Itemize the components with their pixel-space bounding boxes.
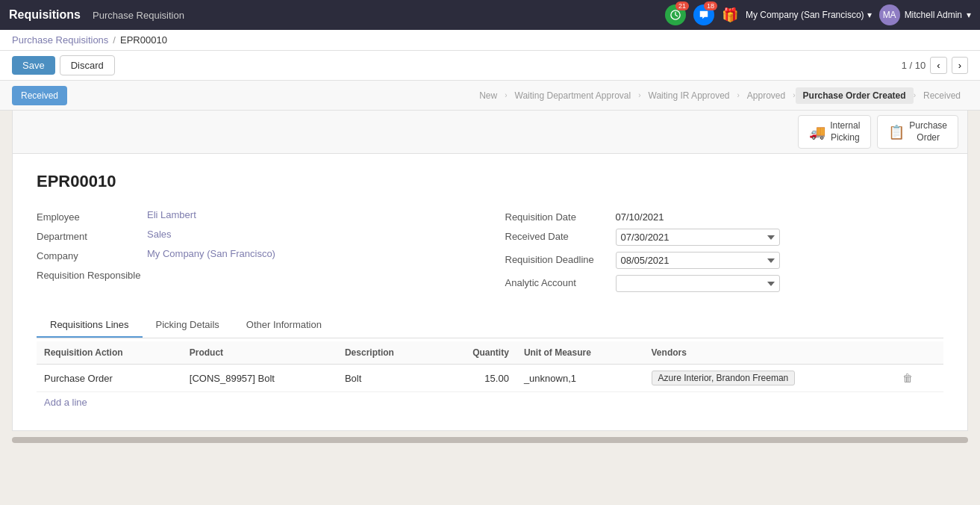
- action-bar: Save Discard 1 / 10 ‹ ›: [0, 51, 980, 81]
- employee-value[interactable]: Eli Lambert: [147, 209, 196, 220]
- employee-field: Employee Eli Lambert: [37, 209, 475, 223]
- req-deadline-select[interactable]: 08/05/2021: [616, 252, 780, 269]
- content: 🚚 InternalPicking 📋 PurchaseOrder EPR000…: [0, 111, 980, 455]
- app-brand: Requisitions: [9, 8, 81, 22]
- received-status-button[interactable]: Received: [12, 86, 67, 105]
- breadcrumb: Purchase Requisitions / EPR00010: [0, 30, 980, 51]
- col-product: Product: [182, 341, 337, 365]
- pager-count: 1 / 10: [902, 60, 926, 71]
- status-bar: Received New › Waiting Department Approv…: [0, 81, 980, 111]
- req-date-field: Requisition Date 07/10/2021: [505, 209, 944, 223]
- responsible-label: Requisition Responsible: [37, 267, 141, 281]
- form-card: EPR00010 Employee Eli Lambert Department…: [12, 154, 968, 431]
- company-selector[interactable]: My Company (San Francisco) ▾: [746, 10, 872, 20]
- col-action: Requisition Action: [37, 341, 182, 365]
- save-button[interactable]: Save: [12, 56, 55, 75]
- col-description: Description: [337, 341, 437, 365]
- form-right-col: Requisition Date 07/10/2021 Received Dat…: [505, 209, 944, 298]
- notifications-count: 21: [675, 1, 689, 10]
- smart-buttons: 🚚 InternalPicking 📋 PurchaseOrder: [12, 111, 968, 154]
- messages-badge[interactable]: 18: [693, 4, 714, 25]
- form-left-col: Employee Eli Lambert Department Sales Co…: [37, 209, 475, 298]
- analytic-field: Analytic Account: [505, 275, 944, 292]
- employee-label: Employee: [37, 209, 141, 223]
- col-actions: [890, 341, 943, 365]
- notifications-badge[interactable]: 21: [665, 4, 686, 25]
- module-title: Purchase Requisition: [93, 10, 184, 21]
- topnav: Requisitions Purchase Requisition 21 18 …: [0, 0, 980, 30]
- company-chevron: ▾: [867, 10, 872, 20]
- add-line-container: Add a line: [37, 392, 943, 412]
- tab-other-information[interactable]: Other Information: [233, 313, 335, 338]
- received-date-field: Received Date 07/30/2021: [505, 229, 944, 246]
- cell-action: Purchase Order: [37, 365, 182, 392]
- req-date-value: 07/10/2021: [616, 209, 664, 223]
- delete-row-button[interactable]: 🗑: [898, 371, 917, 385]
- topnav-right: 21 18 🎁 My Company (San Francisco) ▾ MA …: [665, 4, 971, 25]
- truck-icon: 🚚: [809, 124, 825, 140]
- col-vendors: Vendors: [644, 341, 890, 365]
- add-line-button[interactable]: Add a line: [37, 392, 95, 412]
- analytic-label: Analytic Account: [505, 275, 610, 288]
- cell-quantity: 15.00: [437, 365, 516, 392]
- responsible-field: Requisition Responsible: [37, 267, 475, 281]
- internal-picking-label: InternalPicking: [830, 120, 860, 143]
- requisitions-table: Requisition Action Product Description Q…: [37, 341, 943, 392]
- tab-requisitions-lines[interactable]: Requisitions Lines: [37, 313, 143, 338]
- req-date-label: Requisition Date: [505, 209, 610, 223]
- company-value[interactable]: My Company (San Francisco): [147, 248, 275, 259]
- company-field: Company My Company (San Francisco): [37, 248, 475, 261]
- avatar: MA: [879, 4, 900, 25]
- purchase-order-label: PurchaseOrder: [909, 120, 947, 143]
- company-label: Company: [37, 248, 141, 261]
- messages-icon: 18: [693, 4, 714, 25]
- col-uom: Unit of Measure: [516, 341, 644, 365]
- pipeline-step-new: New: [472, 87, 505, 104]
- tab-picking-details[interactable]: Picking Details: [143, 313, 233, 338]
- pipeline-step-waiting-ir: Waiting IR Approved: [641, 87, 737, 104]
- department-label: Department: [37, 229, 141, 242]
- form-title: EPR00010: [37, 172, 943, 191]
- cell-vendor: Azure Interior, Brandon Freeman: [644, 365, 890, 392]
- cell-delete: 🗑: [890, 365, 943, 392]
- vendor-badge: Azure Interior, Brandon Freeman: [652, 371, 796, 385]
- form-tabs: Requisitions Lines Picking Details Other…: [37, 313, 943, 338]
- next-button[interactable]: ›: [952, 57, 968, 74]
- user-chevron: ▾: [967, 10, 971, 20]
- pipeline: New › Waiting Department Approval › Wait…: [79, 87, 968, 104]
- company-name: My Company (San Francisco): [746, 10, 864, 20]
- breadcrumb-separator: /: [113, 34, 116, 46]
- cell-product: [CONS_89957] Bolt: [182, 365, 337, 392]
- discard-button[interactable]: Discard: [60, 55, 115, 75]
- pipeline-step-waiting-dept: Waiting Department Approval: [508, 87, 639, 104]
- req-deadline-field: Requisition Deadline 08/05/2021: [505, 252, 944, 269]
- scrollbar[interactable]: [12, 437, 968, 443]
- analytic-select[interactable]: [616, 275, 780, 292]
- form-main-row: Employee Eli Lambert Department Sales Co…: [37, 209, 943, 298]
- department-field: Department Sales: [37, 229, 475, 242]
- col-quantity: Quantity: [437, 341, 516, 365]
- pipeline-step-received: Received: [916, 87, 968, 104]
- username: Mitchell Admin: [905, 10, 962, 20]
- pager: 1 / 10 ‹ ›: [902, 57, 968, 74]
- document-icon: 📋: [888, 124, 905, 140]
- pipeline-step-po-created: Purchase Order Created: [796, 87, 914, 104]
- cell-uom: _unknown,1: [516, 365, 644, 392]
- received-date-select[interactable]: 07/30/2021: [616, 229, 780, 246]
- activity-icon: 21: [665, 4, 686, 25]
- prev-button[interactable]: ‹: [930, 57, 946, 74]
- gift-icon[interactable]: 🎁: [722, 7, 738, 23]
- messages-count: 18: [704, 1, 717, 10]
- req-deadline-label: Requisition Deadline: [505, 252, 610, 265]
- user-menu[interactable]: MA Mitchell Admin ▾: [879, 4, 971, 25]
- breadcrumb-current: EPR00010: [120, 34, 167, 46]
- cell-description: Bolt: [337, 365, 437, 392]
- pipeline-step-approved: Approved: [740, 87, 793, 104]
- table-row: Purchase Order [CONS_89957] Bolt Bolt 15…: [37, 365, 943, 392]
- purchase-order-button[interactable]: 📋 PurchaseOrder: [877, 115, 958, 149]
- received-date-label: Received Date: [505, 229, 610, 242]
- department-value[interactable]: Sales: [147, 229, 172, 240]
- internal-picking-button[interactable]: 🚚 InternalPicking: [798, 115, 871, 149]
- breadcrumb-parent[interactable]: Purchase Requisitions: [12, 34, 108, 46]
